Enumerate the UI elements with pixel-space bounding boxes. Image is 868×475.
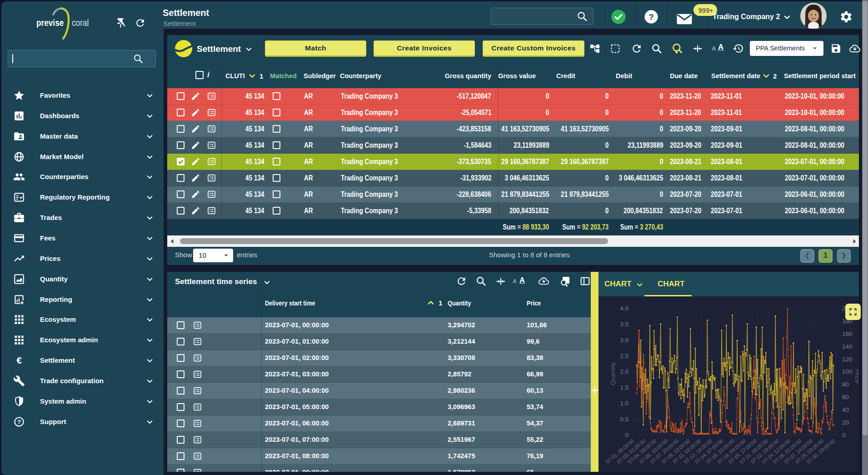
svg-text:1.5: 1.5: [620, 384, 629, 391]
svg-text:1.0: 1.0: [620, 400, 629, 407]
svg-text:3.5: 3.5: [620, 321, 629, 328]
svg-text:Quantity: Quantity: [609, 362, 616, 385]
svg-text:2.0: 2.0: [620, 368, 629, 375]
svg-text:160: 160: [842, 330, 853, 337]
svg-text:Price: Price: [854, 370, 859, 384]
svg-text:2.5: 2.5: [620, 353, 629, 360]
svg-text:60: 60: [842, 394, 849, 400]
svg-text:40: 40: [842, 406, 849, 413]
svg-text:€: €: [17, 355, 22, 365]
svg-text:4.0: 4.0: [620, 305, 629, 312]
svg-text:120: 120: [842, 356, 853, 363]
svg-text:0: 0: [842, 432, 846, 439]
svg-text:100: 100: [842, 368, 853, 375]
svg-text:3.0: 3.0: [620, 337, 629, 344]
svg-text:80: 80: [842, 381, 849, 388]
svg-text:0: 0: [625, 432, 629, 439]
svg-text:?: ?: [17, 419, 21, 425]
svg-text:20: 20: [842, 419, 849, 426]
svg-text:?: ?: [649, 13, 654, 22]
svg-text:0.5: 0.5: [620, 416, 629, 423]
svg-text:140: 140: [842, 343, 853, 350]
